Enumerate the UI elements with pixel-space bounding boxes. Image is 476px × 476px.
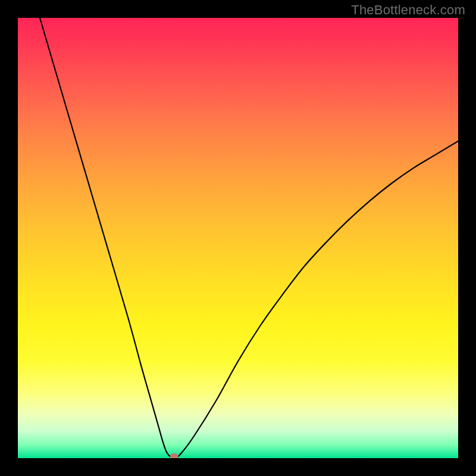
curve-layer — [18, 18, 458, 458]
chart-frame: TheBottleneck.com — [0, 0, 476, 476]
bottleneck-curve — [40, 18, 458, 458]
plot-area — [18, 18, 458, 458]
watermark-text: TheBottleneck.com — [351, 2, 465, 18]
minimum-marker — [170, 453, 178, 458]
